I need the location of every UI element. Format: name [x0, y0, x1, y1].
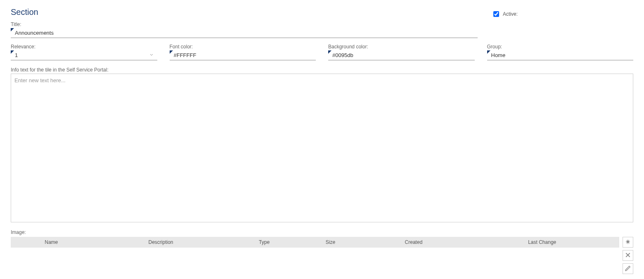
bg-color-input[interactable]: [328, 50, 475, 60]
info-text-label: Info text for the tile in the Self Servi…: [11, 67, 633, 73]
image-table: Name Description Type Size Created Last …: [11, 237, 619, 248]
relevance-label: Relevance:: [11, 44, 157, 50]
info-text-area[interactable]: [11, 74, 633, 222]
col-last-change[interactable]: Last Change: [465, 237, 619, 248]
col-type[interactable]: Type: [230, 237, 299, 248]
page-title: Section: [11, 7, 38, 17]
active-checkbox[interactable]: [493, 11, 499, 17]
add-button[interactable]: [623, 237, 633, 248]
edit-button[interactable]: [623, 263, 633, 274]
pencil-icon: [625, 265, 631, 273]
bg-color-label: Background color:: [328, 44, 475, 50]
active-label: Active:: [503, 11, 518, 17]
title-label: Title:: [11, 21, 478, 27]
col-description[interactable]: Description: [92, 237, 230, 248]
group-label: Group:: [487, 44, 634, 50]
remove-button[interactable]: [623, 250, 633, 261]
image-label: Image:: [11, 229, 619, 235]
active-checkbox-wrap[interactable]: Active:: [492, 10, 518, 18]
asterisk-icon: [625, 238, 631, 246]
relevance-select[interactable]: [11, 50, 157, 60]
col-name[interactable]: Name: [11, 237, 92, 248]
font-color-input[interactable]: [170, 50, 316, 60]
col-size[interactable]: Size: [299, 237, 362, 248]
close-icon: [625, 252, 631, 260]
title-input[interactable]: [11, 28, 478, 38]
font-color-label: Font color:: [170, 44, 316, 50]
col-created[interactable]: Created: [362, 237, 465, 248]
group-input[interactable]: [487, 50, 634, 60]
